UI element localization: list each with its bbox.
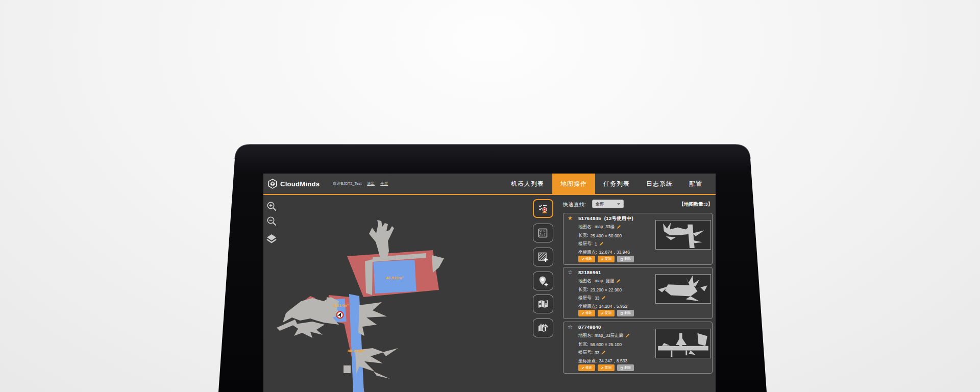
origin-value: 14.204，5.952 — [599, 304, 627, 310]
floor-value: 33 — [595, 350, 599, 355]
add-point-icon — [537, 275, 549, 287]
favorite-star-icon[interactable]: ☆ — [568, 270, 573, 275]
field-label: 地图名: — [578, 333, 593, 339]
map-size-value: 56.600 × 25.100 — [590, 342, 622, 347]
map-thumbnail — [655, 274, 711, 304]
edit-map-button[interactable]: 修改 — [578, 256, 595, 262]
field-label: 长宽: — [578, 287, 588, 293]
field-label: 楼层号: — [578, 241, 593, 247]
area-label-large: 40.519m² — [386, 276, 404, 280]
fullscreen-link[interactable]: 全屏 — [380, 181, 388, 186]
delete-map-button[interactable]: 删除 — [617, 310, 634, 316]
task-checklist-button[interactable] — [533, 199, 553, 218]
zoom-in-icon[interactable] — [265, 200, 278, 212]
field-label: 地图名: — [578, 224, 593, 230]
map-count-badge: 【地图数量:3】 — [679, 201, 713, 208]
map-card[interactable]: ★ 51764845 (12号使用中) 地图名:map_33楼 长宽:25.40… — [563, 213, 713, 265]
floor-value: 33 — [595, 296, 599, 301]
chevron-down-icon — [617, 203, 620, 205]
field-label: 楼层号: — [578, 350, 593, 356]
copy-map-button[interactable]: 复制 — [598, 256, 615, 262]
cloudminds-hexagon-icon — [268, 179, 277, 189]
delete-map-button[interactable]: 删除 — [617, 364, 634, 371]
field-label: 坐标原点: — [578, 304, 597, 310]
add-region-button[interactable] — [533, 248, 553, 266]
edit-pencil-icon[interactable] — [616, 279, 621, 284]
map-controls — [265, 200, 278, 245]
map-filter-select[interactable]: 全部 — [592, 200, 624, 208]
nav-item-log-system[interactable]: 日志系统 — [638, 174, 681, 194]
map-status: (12号使用中) — [604, 215, 633, 221]
logout-link[interactable]: 退出 — [367, 181, 375, 186]
map-thumbnail — [655, 329, 711, 358]
edit-pencil-icon[interactable] — [625, 333, 630, 339]
nav-item-robot-list[interactable]: 机器人列表 — [503, 174, 552, 194]
map-size-value: 25.400 × 50.000 — [590, 233, 622, 238]
origin-value: 34.247，8.533 — [599, 358, 627, 364]
add-point-button[interactable] — [533, 272, 553, 290]
copy-map-button[interactable]: 复制 — [598, 364, 615, 371]
robot-position-marker[interactable] — [337, 311, 344, 318]
favorite-star-icon[interactable]: ☆ — [568, 324, 573, 330]
quick-find-label: 快速查找: — [563, 201, 586, 208]
map-operations-page: 40.519m² 8.614m² 80.215m² — [263, 196, 716, 392]
map-id: 82186961 — [578, 270, 601, 275]
nav-item-task-list[interactable]: 任务列表 — [595, 174, 638, 194]
webcam-icon — [492, 152, 494, 155]
map-card[interactable]: ☆ 82186961 地图名:map_腿腿 长宽:23.200 × 22.900… — [563, 267, 713, 319]
add-region-icon — [537, 251, 549, 263]
map-name-value: map_33层走廊 — [595, 333, 623, 339]
field-label: 长宽: — [578, 233, 588, 239]
top-navbar: CloudMinds 欢迎BJDT2_Test 退出 全屏 机器人列表 地图操作… — [263, 174, 716, 195]
floor-value: 1 — [595, 241, 597, 247]
map-canvas[interactable]: 40.519m² 8.614m² 80.215m² — [263, 196, 529, 392]
edit-pencil-icon[interactable] — [617, 225, 621, 230]
measure-frame-button[interactable] — [533, 224, 553, 242]
map-upload-icon — [537, 322, 549, 334]
app-window: CloudMinds 欢迎BJDT2_Test 退出 全屏 机器人列表 地图操作… — [263, 174, 716, 392]
field-label: 坐标原点: — [578, 250, 597, 256]
map-size-value: 23.200 × 22.900 — [590, 287, 622, 292]
edit-pencil-icon[interactable] — [599, 241, 604, 247]
main-nav: 机器人列表 地图操作 任务列表 日志系统 配置 — [503, 174, 710, 194]
map-filter-value: 全部 — [596, 201, 604, 207]
field-label: 楼层号: — [578, 295, 593, 301]
favorite-star-icon[interactable]: ★ — [568, 215, 573, 221]
area-label-corridor: 80.215m² — [348, 349, 365, 353]
field-label: 长宽: — [578, 341, 588, 348]
copy-map-button[interactable]: 复制 — [598, 310, 615, 316]
edit-pencil-icon[interactable] — [601, 350, 606, 356]
map-id: 87749840 — [578, 324, 601, 330]
brand-logo[interactable]: CloudMinds — [268, 179, 320, 189]
map-marker-button[interactable] — [533, 295, 553, 313]
layers-icon[interactable] — [265, 233, 278, 245]
field-label: 坐标原点: — [578, 358, 597, 364]
task-checklist-icon — [537, 203, 549, 215]
area-label-small: 8.614m² — [333, 303, 349, 308]
map-card[interactable]: ☆ 87749840 地图名:map_33层走廊 长宽:56.600 × 25.… — [563, 322, 713, 374]
measure-frame-icon — [537, 227, 549, 239]
nav-item-map-operations[interactable]: 地图操作 — [552, 174, 595, 194]
map-marker-icon — [537, 298, 549, 310]
map-scan-blobs — [277, 220, 444, 379]
map-upload-button[interactable] — [533, 318, 553, 337]
zoom-out-icon[interactable] — [265, 215, 278, 227]
field-label: 地图名: — [578, 278, 593, 284]
edit-pencil-icon[interactable] — [601, 296, 606, 301]
brand-name: CloudMinds — [280, 180, 320, 188]
edit-map-button[interactable]: 修改 — [578, 310, 595, 316]
map-thumbnail — [655, 220, 711, 250]
map-name-value: map_腿腿 — [595, 278, 614, 284]
map-id: 51764845 — [578, 215, 601, 221]
nav-item-config[interactable]: 配置 — [681, 174, 710, 194]
delete-map-button[interactable]: 删除 — [617, 256, 634, 262]
map-name-value: map_33楼 — [595, 224, 615, 230]
origin-value: 12.874，33.946 — [599, 250, 630, 256]
edit-map-button[interactable]: 修改 — [578, 364, 595, 371]
welcome-text: 欢迎BJDT2_Test — [333, 181, 361, 186]
